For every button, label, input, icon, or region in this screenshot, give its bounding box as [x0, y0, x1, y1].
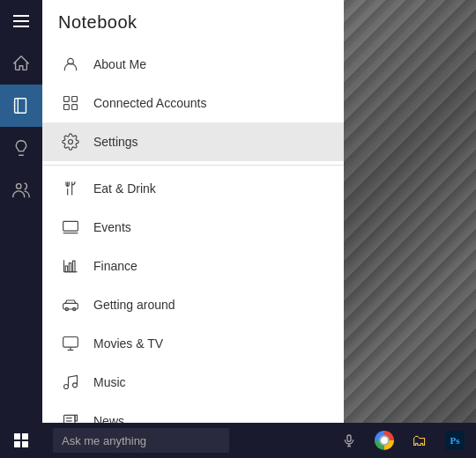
- newspaper-icon-wrapper: [58, 412, 83, 423]
- svg-rect-8: [72, 97, 78, 102]
- notebook-icon: [11, 96, 31, 115]
- menu-item-settings[interactable]: Settings: [42, 122, 344, 161]
- microphone-icon: [342, 433, 356, 447]
- folder-icon: 🗂: [412, 432, 428, 450]
- newspaper-icon: [62, 412, 79, 423]
- menu-item-news[interactable]: News: [42, 402, 344, 423]
- menu-item-about-me[interactable]: About Me: [42, 45, 344, 84]
- hamburger-button[interactable]: [0, 0, 42, 42]
- gear-icon-wrapper: [58, 133, 83, 151]
- menu-item-finance[interactable]: Finance: [42, 247, 344, 285]
- hamburger-icon: [13, 15, 29, 27]
- notebook-panel: Notebook About Me Connected: [42, 0, 344, 423]
- home-icon: [11, 54, 31, 73]
- notebook-menu: About Me Connected Accounts: [42, 45, 344, 423]
- svg-rect-35: [347, 435, 351, 441]
- menu-divider: [42, 165, 344, 166]
- connected-accounts-label: Connected Accounts: [93, 96, 206, 110]
- file-explorer-button[interactable]: 🗂: [402, 423, 437, 458]
- car-icon-wrapper: [58, 296, 83, 314]
- finance-label: Finance: [93, 259, 138, 273]
- settings-label: Settings: [93, 135, 138, 149]
- getting-around-label: Getting around: [93, 298, 175, 312]
- utensils-icon: [62, 180, 79, 197]
- svg-rect-21: [73, 261, 76, 272]
- sidebar-item-home[interactable]: [0, 42, 42, 85]
- microphone-button[interactable]: [331, 423, 367, 458]
- monitor-icon-wrapper: [58, 335, 83, 352]
- grid-icon-wrapper: [58, 94, 83, 112]
- chart-icon: [62, 257, 79, 275]
- svg-rect-30: [64, 415, 76, 423]
- svg-rect-25: [63, 337, 78, 348]
- lightbulb-icon: [11, 138, 31, 158]
- monitor-icon: [62, 335, 79, 352]
- menu-item-connected-accounts[interactable]: Connected Accounts: [42, 84, 344, 122]
- chrome-app-button[interactable]: [367, 423, 402, 458]
- laptop-icon-wrapper: [58, 218, 83, 236]
- svg-rect-15: [63, 221, 78, 231]
- sidebar-item-people[interactable]: [0, 169, 42, 211]
- menu-item-eat-drink[interactable]: Eat & Drink: [42, 169, 344, 208]
- svg-rect-20: [69, 263, 71, 272]
- gear-icon: [62, 133, 79, 151]
- svg-rect-0: [15, 99, 26, 114]
- music-icon-wrapper: [58, 373, 83, 391]
- laptop-icon: [62, 218, 79, 236]
- svg-rect-31: [75, 415, 78, 421]
- svg-point-5: [17, 184, 22, 189]
- car-icon: [62, 296, 79, 314]
- grid-icon: [62, 94, 79, 112]
- people-icon: [11, 181, 31, 200]
- music-icon: [62, 373, 79, 391]
- photoshop-button[interactable]: Ps: [437, 423, 472, 458]
- chart-icon-wrapper: [58, 257, 83, 275]
- sidebar-item-insights[interactable]: [0, 127, 42, 169]
- menu-item-getting-around[interactable]: Getting around: [42, 285, 344, 324]
- chrome-icon: [375, 431, 394, 450]
- svg-point-28: [64, 385, 69, 389]
- menu-item-movies-tv[interactable]: Movies & TV: [42, 324, 344, 363]
- about-me-label: About Me: [93, 57, 146, 71]
- windows-icon: [14, 433, 28, 447]
- eat-drink-label: Eat & Drink: [93, 181, 156, 196]
- taskbar-apps: 🗂 Ps: [367, 423, 472, 458]
- search-placeholder: Ask me anything: [62, 434, 146, 447]
- taskbar-search-area[interactable]: Ask me anything: [42, 423, 331, 458]
- menu-item-music[interactable]: Music: [42, 363, 344, 402]
- sidebar-item-notebook[interactable]: [0, 85, 42, 127]
- news-label: News: [93, 414, 124, 423]
- search-box[interactable]: Ask me anything: [53, 428, 229, 453]
- svg-rect-19: [65, 266, 68, 272]
- menu-item-events[interactable]: Events: [42, 208, 344, 247]
- svg-rect-7: [64, 97, 70, 102]
- photoshop-icon: Ps: [445, 431, 465, 450]
- music-label: Music: [93, 375, 126, 389]
- svg-point-11: [69, 140, 73, 144]
- svg-rect-9: [64, 105, 70, 110]
- events-label: Events: [93, 220, 131, 234]
- start-button[interactable]: [0, 423, 42, 458]
- utensils-icon-wrapper: [58, 180, 83, 197]
- svg-rect-10: [72, 105, 78, 110]
- person-icon-wrapper: [58, 55, 83, 73]
- sidebar: [0, 0, 42, 423]
- person-icon: [62, 55, 79, 73]
- notebook-title: Notebook: [42, 0, 344, 45]
- movies-tv-label: Movies & TV: [93, 336, 163, 351]
- svg-point-29: [73, 383, 78, 388]
- taskbar: Ask me anything 🗂 Ps: [0, 423, 476, 458]
